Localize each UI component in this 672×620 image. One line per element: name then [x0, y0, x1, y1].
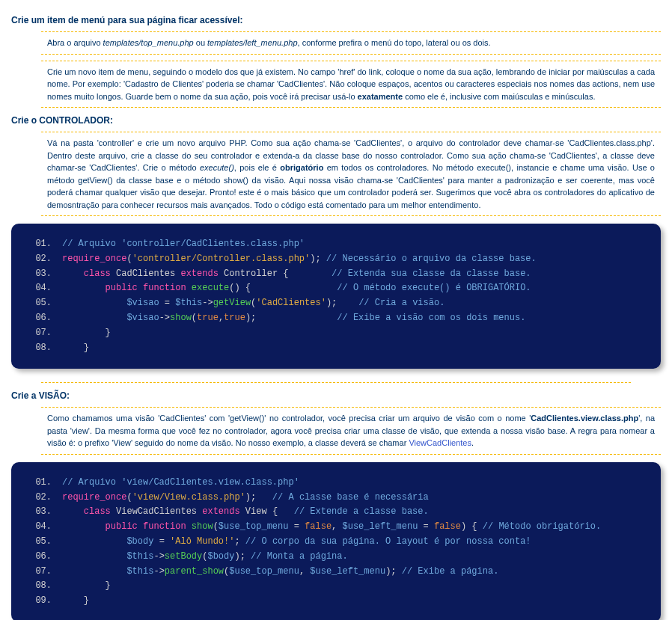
- line-number: 03.: [23, 505, 62, 520]
- line-number: 05.: [23, 535, 62, 550]
- code-line: 06. $visao->show(true,true); // Exibe a …: [23, 311, 649, 326]
- code-brace: }: [84, 595, 89, 606]
- code-op: ,: [219, 313, 224, 323]
- line-number: 08.: [23, 579, 62, 594]
- section3-heading: Crie a VISÃO:: [11, 390, 661, 401]
- code-comment: // Método obrigatório.: [477, 521, 602, 532]
- emphasis: exatamente: [358, 92, 403, 101]
- code-string: 'CadClientes': [256, 298, 326, 308]
- link-viewcadclientes[interactable]: ViewCadClientes: [409, 438, 471, 447]
- code-keyword: require_once: [62, 492, 126, 503]
- section3-para: Como chamamos uma visão 'CadClientes' co…: [41, 407, 661, 455]
- code-comment: // A classe base é necessária: [256, 492, 428, 503]
- code-keyword: function: [143, 283, 192, 293]
- code-keyword: public: [106, 521, 143, 532]
- code-var: $visao: [126, 298, 159, 308]
- code-line: 06. $this->setBody($body); // Monta a pá…: [23, 550, 649, 565]
- code-var: $use_top_menu: [219, 521, 289, 532]
- code-ident: CadClientes: [111, 268, 181, 279]
- code-keyword: public: [106, 283, 143, 293]
- code-op: ->: [202, 298, 213, 308]
- code-string: 'view/View.class.php': [132, 492, 245, 503]
- code-keyword: class: [84, 506, 111, 517]
- method-ref: execute(): [200, 163, 234, 172]
- code-op: ,: [332, 521, 342, 532]
- code-op: );: [326, 298, 337, 308]
- code-bool: true: [224, 313, 245, 323]
- code-var: $use_top_menu: [229, 566, 299, 577]
- code-op: );: [245, 313, 256, 323]
- code-line: 09. }: [23, 594, 649, 609]
- code-op: () {: [229, 283, 251, 293]
- code-func: show: [170, 313, 192, 323]
- code-line: 05. $visao = $this->getView('CadClientes…: [23, 296, 649, 311]
- code-brace: }: [106, 580, 111, 591]
- code-op: ) {: [461, 521, 477, 532]
- line-number: 06.: [23, 550, 62, 565]
- code-var: $visao: [126, 313, 159, 323]
- line-number: 05.: [23, 296, 62, 311]
- para-text: Abra o arquivo: [47, 38, 103, 47]
- code-comment: // Exibe a página.: [397, 566, 499, 577]
- code-op: =: [288, 521, 305, 532]
- code-func: show: [192, 521, 213, 532]
- code-op: ->: [153, 566, 164, 577]
- code-keyword: class: [84, 268, 111, 279]
- code-line: 04. public function show($use_top_menu =…: [23, 520, 649, 535]
- code-keyword: extends: [180, 268, 218, 279]
- code-op: =: [153, 536, 170, 547]
- code-comment: // Extenda sua classe da classe base.: [289, 268, 531, 279]
- code-op: =: [159, 298, 176, 308]
- line-number: 01.: [23, 476, 62, 491]
- code-this: $this: [175, 298, 202, 308]
- code-op: ->: [159, 313, 170, 323]
- code-line: 03. class CadClientes extends Controller…: [23, 267, 649, 282]
- line-number: 09.: [23, 594, 62, 609]
- code-op: );: [245, 492, 256, 503]
- file-ref: templates/top_menu.php: [103, 38, 194, 47]
- code-var: $body: [126, 536, 153, 547]
- code-line: 02.require_once('controller/Controller.c…: [23, 252, 649, 267]
- section1-para1: Abra o arquivo templates/top_menu.php ou…: [41, 31, 661, 55]
- code-brace: }: [84, 343, 89, 353]
- code-comment: // Arquivo 'controller/CadClientes.class…: [62, 239, 305, 249]
- code-brace: }: [106, 328, 111, 338]
- para-text: Como chamamos uma visão 'CadClientes' co…: [47, 414, 531, 423]
- code-op: =: [418, 521, 434, 532]
- code-line: 03. class ViewCadClientes extends View {…: [23, 505, 649, 520]
- code-bool: true: [197, 313, 219, 323]
- line-number: 02.: [23, 491, 62, 506]
- line-number: 02.: [23, 252, 62, 267]
- file-ref: templates/left_menu.php: [207, 38, 297, 47]
- code-ident: Controller: [219, 268, 283, 279]
- code-string: 'Alô Mundo!': [170, 536, 234, 547]
- code-line: 05. $body = 'Alô Mundo!'; // O corpo da …: [23, 535, 649, 550]
- code-func: parent_show: [165, 566, 224, 577]
- code-line: 07. }: [23, 326, 649, 341]
- section1-para2: Crie um novo item de menu, seguindo o mo…: [41, 61, 661, 108]
- code-func: setBody: [165, 551, 202, 562]
- code-op: {: [283, 268, 288, 279]
- code-line: 01.// Arquivo 'controller/CadClientes.cl…: [23, 237, 649, 252]
- code-line: 02.require_once('view/View.class.php'); …: [23, 491, 649, 506]
- code-line: 07. $this->parent_show($use_top_menu, $u…: [23, 565, 649, 580]
- code-op: ,: [299, 566, 310, 577]
- para-text: .: [471, 438, 474, 447]
- code-comment: // Monta a página.: [245, 551, 348, 562]
- code-keyword: extends: [202, 506, 239, 517]
- code-op: {: [272, 506, 278, 517]
- code-comment: // O método execute() é OBRIGATÓRIO.: [251, 283, 531, 293]
- para-text: ou: [194, 38, 207, 47]
- code-var: $body: [207, 551, 234, 562]
- para-text: , conforme prefira o menú do topo, later…: [298, 38, 491, 47]
- para-text: , pois ele é: [234, 163, 281, 172]
- divider: [41, 382, 631, 383]
- code-op: (: [126, 254, 132, 264]
- code-bool: false: [305, 521, 332, 532]
- code-keyword: require_once: [62, 254, 126, 264]
- code-var: $use_left_menu: [343, 521, 418, 532]
- line-number: 03.: [23, 267, 62, 282]
- code-op: );: [385, 566, 396, 577]
- code-line: 04. public function execute() { // O mét…: [23, 281, 649, 296]
- code-line: 08. }: [23, 341, 649, 356]
